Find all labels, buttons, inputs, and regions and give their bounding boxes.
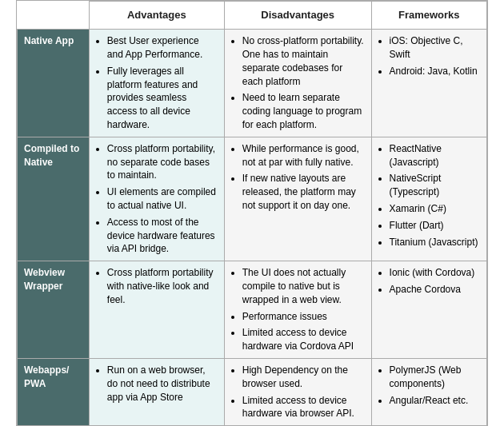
list-item: Titanium (Javascript) [390,236,480,249]
list-item: High Dependency on the browser used. [242,364,365,391]
frameworks-0: iOS: Objective C, SwiftAndroid: Java, Ko… [371,30,486,137]
list-item: Angular/React etc. [390,394,480,408]
list-item: Performance issues [242,310,365,324]
list-item: The UI does not actually compile to nati… [242,266,365,306]
list-item: Cross platform portability with native-l… [107,266,218,306]
comparison-table: Advantages Disadvantages Frameworks Nati… [16,0,488,426]
list-item: No cross-platform portability. One has t… [242,34,365,88]
advantages-0: Best User experience and App Performance… [89,30,224,137]
row-header-2: Webview Wrapper [18,261,90,359]
header-frameworks: Frameworks [371,2,486,30]
disadvantages-2: The UI does not actually compile to nati… [224,261,371,359]
row-header-3: Webapps/ PWA [18,358,90,425]
list-item: Ionic (with Cordova) [390,266,480,280]
list-item: Apache Cordova [390,283,480,297]
list-item: PolymerJS (Web components) [390,364,480,391]
disadvantages-0: No cross-platform portability. One has t… [224,30,371,137]
disadvantages-1: While performance is good, not at par wi… [224,137,371,261]
header-advantages: Advantages [89,2,224,30]
list-item: If new native layouts are released, the … [242,172,365,212]
frameworks-1: ReactNative (Javascript)NativeScript (Ty… [371,137,486,261]
header-disadvantages: Disadvantages [224,2,371,30]
list-item: UI elements are compiled to actual nativ… [107,185,218,213]
list-item: ReactNative (Javascript) [390,142,480,169]
list-item: Best User experience and App Performance… [107,34,218,62]
list-item: Limited access to device hardware via Co… [242,326,365,353]
advantages-1: Cross platform portability, no separate … [89,137,224,261]
row-header-0: Native App [18,30,90,137]
advantages-2: Cross platform portability with native-l… [89,261,224,359]
list-item: Run on a web browser, do not need to dis… [107,364,218,404]
list-item: NativeScript (Typescript) [390,172,480,199]
list-item: Android: Java, Kotlin [390,65,480,78]
row-header-1: Compiled to Native [18,137,90,261]
list-item: Cross platform portability, no separate … [107,142,218,182]
list-item: Access to most of the device hardware fe… [107,216,218,256]
list-item: Limited access to device hardware via br… [242,394,365,421]
frameworks-2: Ionic (with Cordova)Apache Cordova [371,261,486,359]
list-item: Flutter (Dart) [390,219,480,233]
advantages-3: Run on a web browser, do not need to dis… [89,358,224,425]
disadvantages-3: High Dependency on the browser used.Limi… [224,358,371,425]
list-item: Xamarin (C#) [390,202,480,216]
frameworks-3: PolymerJS (Web components)Angular/React … [371,358,486,425]
list-item: While performance is good, not at par wi… [242,142,365,169]
list-item: iOS: Objective C, Swift [390,34,480,62]
list-item: Need to learn separate coding language t… [242,91,365,131]
list-item: Fully leverages all platform features an… [107,65,218,132]
header-empty [18,2,90,30]
